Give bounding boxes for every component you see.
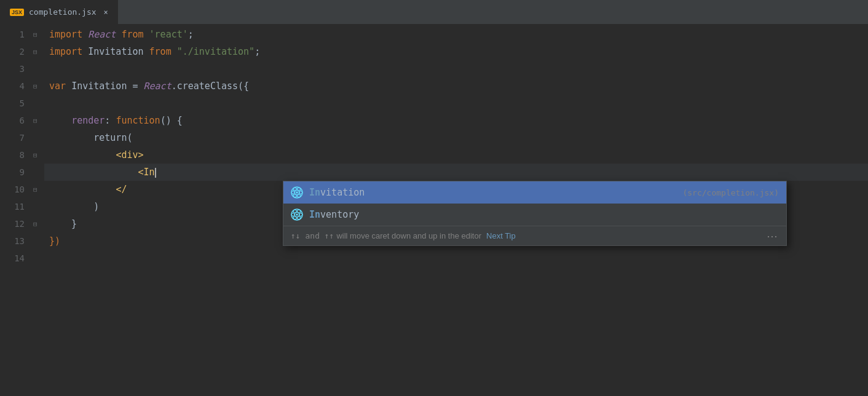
completion-match: In (309, 209, 320, 220)
completion-dropdown: Invitation (src/completion.jsx) Inventor… (283, 181, 787, 246)
fold-icon[interactable]: ⊟ (33, 186, 37, 194)
code-line: <div> (44, 146, 868, 164)
code-token: 'react' (149, 29, 188, 40)
code-token: Invitation = (71, 81, 143, 92)
completion-rest: vitation (320, 187, 365, 198)
completion-item-source: (src/completion.jsx) (682, 188, 779, 197)
code-token: from (149, 46, 172, 57)
code-area[interactable]: import React from 'react';import Invitat… (44, 25, 868, 396)
react-icon (291, 186, 303, 199)
completion-match: In (309, 187, 320, 198)
code-token: <div> (116, 149, 143, 160)
line-numbers: 1234567891011121314 (0, 25, 32, 396)
code-token: var (49, 81, 71, 92)
fold-icon[interactable]: ⊟ (33, 220, 37, 228)
code-token: import (49, 46, 88, 57)
code-token: <In (138, 167, 155, 178)
editor-container: 1234567891011121314 ⊟⊟⊟⊟⊟⊟⊟ import React… (0, 25, 868, 396)
code-token: }) (49, 236, 60, 247)
react-icon (291, 208, 303, 221)
code-token: React (88, 29, 116, 40)
line-number: 8 (5, 146, 25, 164)
fold-icon[interactable]: ⊟ (33, 151, 37, 159)
code-token: ; (188, 29, 194, 40)
tip-arrows: ↑↓ and ↑↑ (291, 231, 334, 240)
tab-bar: JSX completion.jsx × (0, 0, 868, 25)
code-token: } (49, 218, 77, 229)
line-number: 14 (5, 250, 25, 267)
code-token: .createClass({ (172, 81, 249, 92)
code-line: render: function() { (44, 112, 868, 129)
code-token: from (121, 29, 143, 40)
code-line (44, 95, 868, 112)
code-token: "./invitation" (177, 46, 254, 57)
svg-point-9 (296, 213, 298, 216)
code-token: : (105, 115, 116, 126)
completion-item-text: Inventory (309, 209, 779, 220)
code-line (44, 60, 868, 77)
tab-close-button[interactable]: × (104, 8, 108, 17)
active-tab[interactable]: JSX completion.jsx × (0, 0, 119, 24)
code-token: return( (49, 132, 132, 143)
code-line: var Invitation = React.createClass({ (44, 77, 868, 95)
tip-next-button[interactable]: Next Tip (486, 231, 516, 240)
code-token: React (144, 81, 172, 92)
completion-tip: ↑↓ and ↑↑ will move caret down and up in… (283, 226, 786, 245)
tip-more-button[interactable]: ⋯ (767, 229, 779, 243)
line-number: 9 (5, 164, 25, 181)
svg-point-4 (296, 191, 298, 194)
tip-text: will move caret down and up in the edito… (336, 231, 481, 240)
code-token (172, 46, 177, 57)
line-number: 3 (5, 60, 25, 77)
line-number: 1 (5, 26, 25, 43)
code-token: () { (160, 115, 183, 126)
line-number: 7 (5, 129, 25, 146)
fold-icon[interactable]: ⊟ (33, 82, 37, 90)
line-number: 13 (5, 232, 25, 250)
code-token: ) (49, 201, 99, 212)
code-token (49, 167, 138, 178)
line-number: 2 (5, 43, 25, 60)
completion-rest: ventory (320, 209, 359, 220)
code-token (49, 149, 116, 160)
fold-icon[interactable]: ⊟ (33, 117, 37, 125)
completion-item-invitation[interactable]: Invitation (src/completion.jsx) (283, 181, 786, 204)
fold-icon[interactable]: ⊟ (33, 31, 37, 39)
completion-item-inventory[interactable]: Inventory (283, 204, 786, 226)
line-number: 5 (5, 95, 25, 112)
completion-item-text: Invitation (309, 187, 676, 198)
line-number: 4 (5, 77, 25, 95)
cursor (155, 168, 156, 178)
code-line: <In (44, 164, 868, 181)
code-line: return( (44, 129, 868, 146)
line-number: 11 (5, 198, 25, 215)
gutter: ⊟⊟⊟⊟⊟⊟⊟ (32, 25, 44, 396)
code-token: ; (254, 46, 260, 57)
code-line (44, 250, 868, 267)
code-token: function (116, 115, 160, 126)
line-number: 10 (5, 181, 25, 198)
code-token: Invitation (88, 46, 149, 57)
code-line: import React from 'react'; (44, 26, 868, 43)
code-token: </ (116, 184, 127, 195)
line-number: 6 (5, 112, 25, 129)
fold-icon[interactable]: ⊟ (33, 48, 37, 56)
code-token (49, 184, 116, 195)
line-number: 12 (5, 215, 25, 232)
code-token: import (49, 29, 88, 40)
code-line: import Invitation from "./invitation"; (44, 43, 868, 60)
code-token: render (71, 115, 105, 126)
code-token (49, 115, 71, 126)
tab-filename: completion.jsx (29, 7, 97, 17)
tab-icon: JSX (10, 9, 24, 16)
code-token (144, 29, 149, 40)
